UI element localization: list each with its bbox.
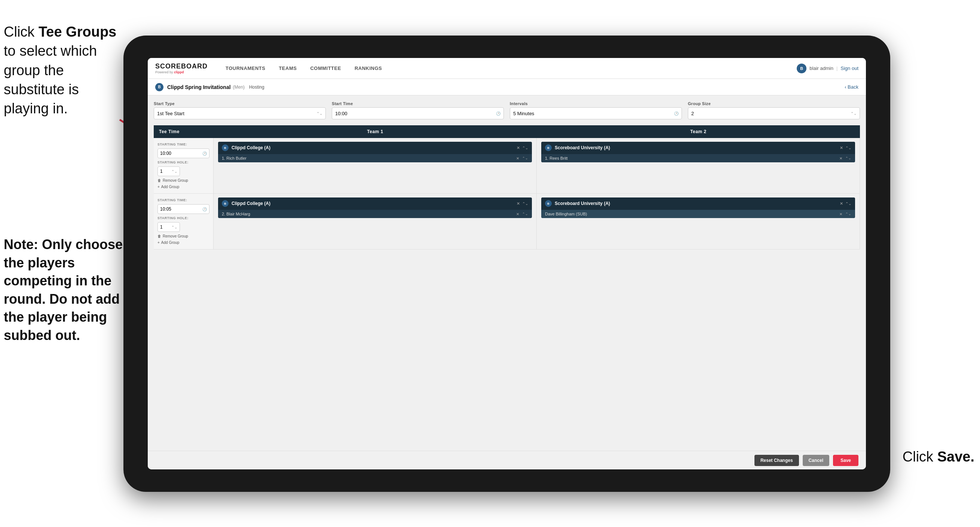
team-remove-2-1[interactable]: ✕ xyxy=(517,201,520,206)
sub-header-tag: (Men) xyxy=(233,84,245,90)
team-card-1-1: B Clippd College (A) ✕ ⌃⌄ 1. Rich Butler… xyxy=(218,142,532,162)
note-bold-prefix: Note: Only choose the players competing … xyxy=(4,237,123,343)
nav-username: blair admin xyxy=(810,65,834,71)
starting-time-label-1: STARTING TIME: xyxy=(158,143,210,146)
reset-changes-button[interactable]: Reset Changes xyxy=(754,455,799,466)
nav-signout[interactable]: Sign out xyxy=(840,65,858,71)
team-icon-1-1: B xyxy=(222,144,229,151)
team-icon-2-2: B xyxy=(545,200,552,207)
logo-scoreboard: SCOREBOARD xyxy=(155,62,208,70)
team-card-header-2-1: B Clippd College (A) ✕ ⌃⌄ xyxy=(218,197,532,209)
player-sort-2-2-1[interactable]: ⌃⌄ xyxy=(845,212,851,216)
add-group-button-2[interactable]: + Add Group xyxy=(158,240,210,245)
team-sort-1-2[interactable]: ⌃⌄ xyxy=(845,146,851,150)
team-card-header-1-2: B Scoreboard University (A) ✕ ⌃⌄ xyxy=(541,142,855,154)
team-name-2-1: Clippd College (A) xyxy=(232,201,514,206)
logo-powered: Powered by clippd xyxy=(155,70,208,74)
starting-time-input-2[interactable]: 10:05 🕐 xyxy=(158,204,210,214)
remove-group-button-1[interactable]: 🗑 Remove Group xyxy=(158,178,210,183)
intervals-field: Intervals 5 Minutes 🕐 xyxy=(510,101,682,119)
cancel-button[interactable]: Cancel xyxy=(803,455,829,466)
note-text: Note: Only choose the players competing … xyxy=(4,236,131,345)
intervals-input[interactable]: 5 Minutes 🕐 xyxy=(510,107,682,119)
tablet-frame: SCOREBOARD Powered by clippd TOURNAMENTS… xyxy=(123,35,890,492)
player-sort-1-1-1[interactable]: ⌃⌄ xyxy=(522,156,528,160)
instruction-text: Click Tee Groups to select which group t… xyxy=(4,22,120,118)
team-remove-2-2[interactable]: ✕ xyxy=(840,201,843,206)
group2-team1-cell: B Clippd College (A) ✕ ⌃⌄ 2. Blair McHar… xyxy=(213,194,537,249)
group1-team2-cell: B Scoreboard University (A) ✕ ⌃⌄ 1. Rees… xyxy=(537,138,860,193)
nav-rankings[interactable]: RANKINGS xyxy=(348,58,389,79)
list-item: 1. Rees Britt ✕ ⌃⌄ xyxy=(541,154,855,162)
table-row: STARTING TIME: 10:05 🕐 STARTING HOLE: 1 … xyxy=(154,194,860,250)
starting-time-input-1[interactable]: 10:00 🕐 xyxy=(158,148,210,158)
team-sort-2-2[interactable]: ⌃⌄ xyxy=(845,202,851,206)
sub-header-icon: B xyxy=(155,83,164,91)
tablet-screen: SCOREBOARD Powered by clippd TOURNAMENTS… xyxy=(148,58,866,470)
team-controls-2-1: ✕ ⌃⌄ xyxy=(517,201,528,206)
starting-hole-input-2[interactable]: 1 ⌃⌄ xyxy=(158,222,180,232)
nav-committee[interactable]: COMMITTEE xyxy=(303,58,348,79)
team-card-header-1-1: B Clippd College (A) ✕ ⌃⌄ xyxy=(218,142,532,154)
back-button[interactable]: ‹ Back xyxy=(845,84,858,90)
group-size-label: Group Size xyxy=(688,101,860,106)
main-content: Start Type 1st Tee Start ⌃⌄ Start Time 1… xyxy=(148,96,866,451)
team-icon-1-2: B xyxy=(545,144,552,151)
team-sort-2-1[interactable]: ⌃⌄ xyxy=(522,202,528,206)
team-card-2-2: B Scoreboard University (A) ✕ ⌃⌄ Dave Bi… xyxy=(541,197,855,218)
player-name-1-2-1: 1. Rees Britt xyxy=(545,156,836,161)
nav-divider: | xyxy=(836,65,837,71)
team-name-2-2: Scoreboard University (A) xyxy=(555,201,837,206)
logo-area: SCOREBOARD Powered by clippd xyxy=(155,62,208,74)
start-type-label: Start Type xyxy=(154,101,326,106)
starting-hole-input-1[interactable]: 1 ⌃⌄ xyxy=(158,166,180,176)
team-controls-1-2: ✕ ⌃⌄ xyxy=(840,145,851,150)
team-card-1-2: B Scoreboard University (A) ✕ ⌃⌄ 1. Rees… xyxy=(541,142,855,162)
table-header: Tee Time Team 1 Team 2 xyxy=(154,125,860,138)
team-name-1-2: Scoreboard University (A) xyxy=(555,145,837,150)
player-name-1-1-1: 1. Rich Butler xyxy=(222,156,513,161)
team-sort-1-1[interactable]: ⌃⌄ xyxy=(522,146,528,150)
team-name-1-1: Clippd College (A) xyxy=(232,145,514,150)
start-type-input[interactable]: 1st Tee Start ⌃⌄ xyxy=(154,107,326,119)
sub-header-title: Clippd Spring Invitational xyxy=(167,84,231,90)
player-sort-2-1-1[interactable]: ⌃⌄ xyxy=(522,212,528,216)
list-item: 1. Rich Butler ✕ ⌃⌄ xyxy=(218,154,532,162)
start-time-label: Start Time xyxy=(332,101,504,106)
player-name-2-2-1: Dave Billingham (SUB) xyxy=(545,212,836,216)
team-controls-2-2: ✕ ⌃⌄ xyxy=(840,201,851,206)
group2-team2-cell: B Scoreboard University (A) ✕ ⌃⌄ Dave Bi… xyxy=(537,194,860,249)
navbar: SCOREBOARD Powered by clippd TOURNAMENTS… xyxy=(148,58,866,79)
team-card-header-2-2: B Scoreboard University (A) ✕ ⌃⌄ xyxy=(541,197,855,209)
team-icon-2-1: B xyxy=(222,200,229,207)
start-type-field: Start Type 1st Tee Start ⌃⌄ xyxy=(154,101,326,119)
player-sort-1-2-1[interactable]: ⌃⌄ xyxy=(845,156,851,160)
click-save-text: Click Save. xyxy=(902,449,974,465)
list-item: Dave Billingham (SUB) ✕ ⌃⌄ xyxy=(541,209,855,218)
col-team1: Team 1 xyxy=(213,125,537,138)
team-remove-1-1[interactable]: ✕ xyxy=(517,145,520,150)
sub-header: B Clippd Spring Invitational (Men) Hosti… xyxy=(148,79,866,96)
player-name-2-1-1: 2. Blair McHarg xyxy=(222,212,513,216)
starting-hole-label-1: STARTING HOLE: xyxy=(158,161,210,164)
intervals-label: Intervals xyxy=(510,101,682,106)
tee-groups-bold: Tee Groups xyxy=(38,24,116,40)
nav-tournaments[interactable]: TOURNAMENTS xyxy=(219,58,272,79)
group-size-input[interactable]: 2 ⌃⌄ xyxy=(688,107,860,119)
player-remove-2-1-1[interactable]: ✕ xyxy=(516,212,519,216)
group1-sidebar: STARTING TIME: 10:00 🕐 STARTING HOLE: 1 … xyxy=(154,138,213,193)
player-remove-2-2-1[interactable]: ✕ xyxy=(839,212,842,216)
start-time-input[interactable]: 10:00 🕐 xyxy=(332,107,504,119)
save-button[interactable]: Save xyxy=(833,455,858,466)
list-item: 2. Blair McHarg ✕ ⌃⌄ xyxy=(218,209,532,218)
remove-group-button-2[interactable]: 🗑 Remove Group xyxy=(158,234,210,238)
team-card-2-1: B Clippd College (A) ✕ ⌃⌄ 2. Blair McHar… xyxy=(218,197,532,218)
player-remove-1-2-1[interactable]: ✕ xyxy=(839,156,842,161)
settings-row: Start Type 1st Tee Start ⌃⌄ Start Time 1… xyxy=(154,101,860,119)
team-remove-1-2[interactable]: ✕ xyxy=(840,145,843,150)
group1-team1-cell: B Clippd College (A) ✕ ⌃⌄ 1. Rich Butler… xyxy=(213,138,537,193)
player-remove-1-1-1[interactable]: ✕ xyxy=(516,156,519,161)
starting-hole-label-2: STARTING HOLE: xyxy=(158,216,210,220)
add-group-button-1[interactable]: + Add Group xyxy=(158,185,210,189)
nav-teams[interactable]: TEAMS xyxy=(272,58,303,79)
